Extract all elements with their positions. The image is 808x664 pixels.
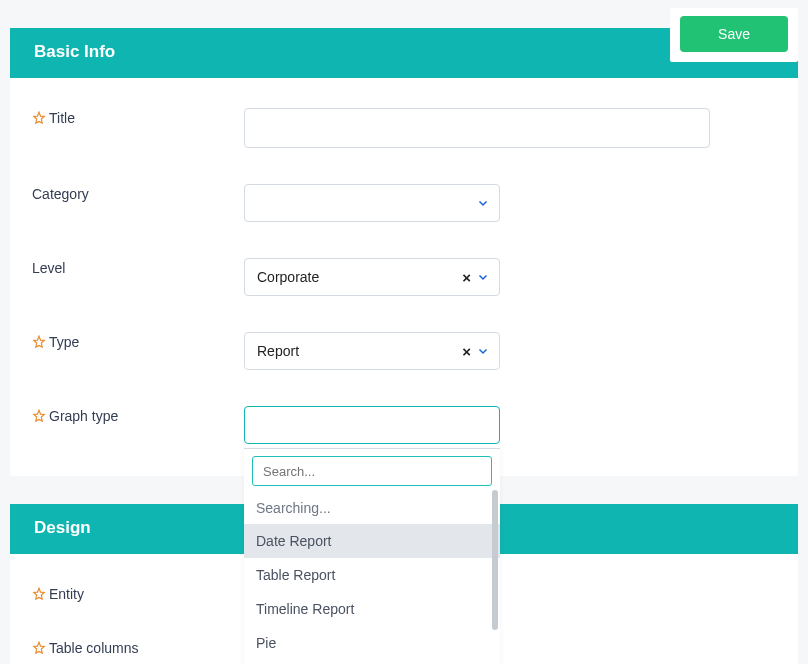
- label-graph-type: Graph type: [49, 408, 118, 424]
- clear-icon[interactable]: ×: [462, 343, 471, 360]
- level-select-value: Corporate: [257, 269, 462, 285]
- label-table-columns: Table columns: [49, 640, 139, 656]
- dropdown-option[interactable]: Date Report: [244, 524, 500, 558]
- label-type: Type: [49, 334, 79, 350]
- required-star-icon: [32, 335, 46, 349]
- dropdown-option[interactable]: Timeline Report: [244, 592, 500, 626]
- type-select-value: Report: [257, 343, 462, 359]
- graph-type-select[interactable]: [244, 406, 500, 444]
- row-type: Type Report ×: [26, 314, 782, 388]
- row-graph-type: Graph type Searching... Date Report Tabl…: [26, 388, 782, 452]
- graph-type-dropdown: Searching... Date Report Table Report Ti…: [244, 448, 500, 664]
- row-title: Title: [26, 90, 782, 166]
- level-select[interactable]: Corporate ×: [244, 258, 500, 296]
- type-select[interactable]: Report ×: [244, 332, 500, 370]
- row-category: Category: [26, 166, 782, 240]
- dropdown-option[interactable]: Bar: [244, 660, 500, 664]
- chevron-down-icon: [477, 345, 489, 357]
- category-select[interactable]: [244, 184, 500, 222]
- save-button-container: Save: [670, 8, 798, 62]
- title-input[interactable]: [244, 108, 710, 148]
- save-button[interactable]: Save: [680, 16, 788, 52]
- dropdown-option[interactable]: Pie: [244, 626, 500, 660]
- required-star-icon: [32, 111, 46, 125]
- row-level: Level Corporate ×: [26, 240, 782, 314]
- section-basic-info: Basic Info Title Category: [10, 28, 798, 476]
- clear-icon[interactable]: ×: [462, 269, 471, 286]
- label-title: Title: [49, 110, 75, 126]
- dropdown-option[interactable]: Table Report: [244, 558, 500, 592]
- label-entity: Entity: [49, 586, 84, 602]
- required-star-icon: [32, 587, 46, 601]
- required-star-icon: [32, 641, 46, 655]
- label-category: Category: [32, 186, 89, 202]
- chevron-down-icon: [477, 271, 489, 283]
- dropdown-searching-label: Searching...: [244, 492, 500, 524]
- dropdown-scrollbar[interactable]: [492, 490, 498, 630]
- label-level: Level: [32, 260, 65, 276]
- chevron-down-icon: [477, 197, 489, 209]
- dropdown-search-input[interactable]: [252, 456, 492, 486]
- required-star-icon: [32, 409, 46, 423]
